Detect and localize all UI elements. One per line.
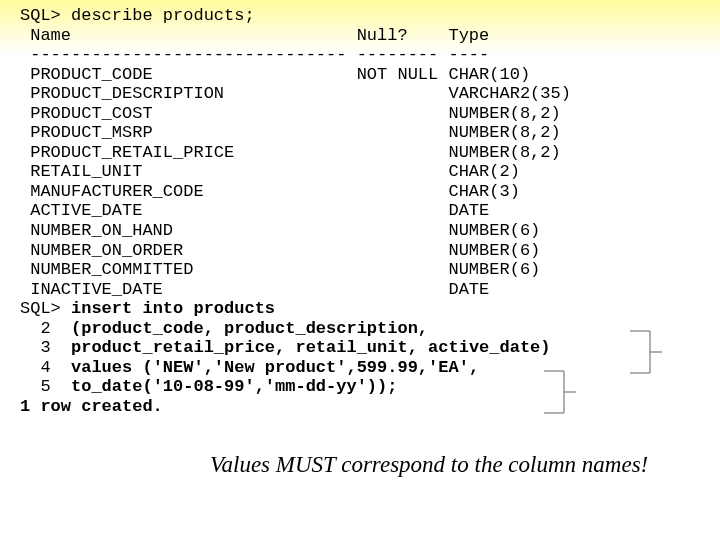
insert-statement: SQL> insert into products 2 (product_cod… <box>20 299 700 397</box>
describe-row-11: INACTIVE_DATE DATE <box>20 280 489 299</box>
describe-header: Name Null? Type <box>20 26 489 45</box>
describe-row-6: MANUFACTURER_CODE CHAR(3) <box>20 182 520 201</box>
describe-row-3: PRODUCT_MSRP NUMBER(8,2) <box>20 123 561 142</box>
describe-row-2: PRODUCT_COST NUMBER(8,2) <box>20 104 561 123</box>
describe-row-0: PRODUCT_CODE NOT NULL CHAR(10) <box>20 65 530 84</box>
insert-line-2: 2 (product_code, product_description, <box>20 319 428 338</box>
insert-line-3: 3 product_retail_price, retail_unit, act… <box>20 338 551 357</box>
describe-row-10: NUMBER_COMMITTED NUMBER(6) <box>20 260 540 279</box>
insert-result: 1 row created. <box>20 397 700 417</box>
insert-line-4: 4 values ('NEW','New product',599.99,'EA… <box>20 358 479 377</box>
insert-line-1: SQL> insert into products <box>20 299 275 318</box>
describe-row-4: PRODUCT_RETAIL_PRICE NUMBER(8,2) <box>20 143 561 162</box>
correspondence-note: Values MUST correspond to the column nam… <box>210 452 648 478</box>
describe-sep: ------------------------------- --------… <box>20 45 489 64</box>
describe-row-5: RETAIL_UNIT CHAR(2) <box>20 162 520 181</box>
describe-row-8: NUMBER_ON_HAND NUMBER(6) <box>20 221 540 240</box>
insert-line-5: 5 to_date('10-08-99','mm-dd-yy')); <box>20 377 397 396</box>
sql-prompt-describe: SQL> describe products; <box>20 6 255 25</box>
slide: SQL> describe products; Name Null? Type … <box>0 0 720 540</box>
describe-row-9: NUMBER_ON_ORDER NUMBER(6) <box>20 241 540 260</box>
describe-row-1: PRODUCT_DESCRIPTION VARCHAR2(35) <box>20 84 571 103</box>
describe-output: SQL> describe products; Name Null? Type … <box>20 6 700 299</box>
describe-row-7: ACTIVE_DATE DATE <box>20 201 489 220</box>
